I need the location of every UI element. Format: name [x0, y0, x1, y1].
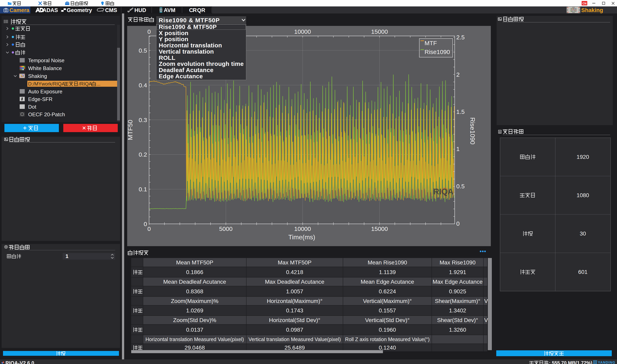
- svg-text:X position: X position: [159, 30, 188, 36]
- svg-text:Shear(Std Dev)°: Shear(Std Dev)°: [437, 317, 478, 323]
- svg-text:Rise1090: Rise1090: [469, 117, 476, 144]
- svg-text:Mean Edge Acutance: Mean Edge Acutance: [361, 279, 414, 285]
- svg-text:Mean Rise1090: Mean Rise1090: [368, 260, 407, 266]
- svg-text:Edge Acutance: Edge Acutance: [159, 73, 203, 79]
- svg-text:1.0269: 1.0269: [186, 307, 203, 314]
- svg-text:MTF50: MTF50: [127, 120, 134, 140]
- svg-text:30: 30: [580, 231, 586, 237]
- svg-text:0.3: 0.3: [139, 117, 147, 123]
- svg-text:1.5: 1.5: [456, 108, 465, 115]
- svg-text:1080: 1080: [577, 192, 589, 198]
- svg-text:0.5: 0.5: [139, 47, 147, 54]
- svg-text:Dot: Dot: [28, 104, 36, 110]
- svg-text:Max Rise1090: Max Rise1090: [440, 260, 476, 266]
- svg-text:0: 0: [144, 221, 147, 227]
- svg-text:/RIQA: /RIQA: [79, 81, 92, 87]
- svg-text:0: 0: [148, 28, 151, 35]
- svg-text:0.1240: 0.1240: [379, 345, 396, 351]
- svg-text:Rise1090: Rise1090: [425, 49, 450, 55]
- svg-text:0.4: 0.4: [139, 82, 147, 89]
- svg-text:CR: CR: [189, 7, 197, 13]
- svg-text:Vertical translation: Vertical translation: [159, 48, 214, 55]
- svg-text:Max Deadleaf Acutance: Max Deadleaf Acutance: [265, 279, 324, 285]
- svg-text:1: 1: [66, 253, 68, 259]
- svg-text:ROLL: ROLL: [159, 54, 175, 61]
- svg-text:Mean MTF50P: Mean MTF50P: [176, 260, 213, 266]
- svg-text:Edge-SFR: Edge-SFR: [28, 96, 53, 102]
- svg-text:0.9025: 0.9025: [449, 288, 466, 295]
- svg-text:QR: QR: [197, 7, 205, 13]
- svg-text:29.0468: 29.0468: [184, 345, 205, 351]
- svg-text:Vertical translation Measured: Vertical translation Measured Value(pixe…: [249, 337, 341, 342]
- svg-text:RIQA-V2.6.0: RIQA-V2.6.0: [5, 360, 34, 364]
- svg-text:Auto Exposure: Auto Exposure: [28, 89, 63, 95]
- svg-text:Zoom(Maximum)%: Zoom(Maximum)%: [171, 298, 218, 304]
- svg-text:Horizontal translation: Horizontal translation: [159, 42, 222, 49]
- svg-text:0.6224: 0.6224: [379, 288, 396, 295]
- svg-text:White Balance: White Balance: [28, 65, 62, 71]
- svg-text:1920: 1920: [577, 154, 589, 160]
- svg-text:CN: CN: [582, 2, 587, 5]
- svg-text:Max Edge Acutance: Max Edge Acutance: [433, 279, 483, 285]
- svg-text:0.4218: 0.4218: [286, 269, 303, 275]
- svg-text:Deadleaf Acutance: Deadleaf Acutance: [159, 67, 213, 73]
- svg-text:1.1139: 1.1139: [379, 269, 396, 275]
- svg-text:10000: 10000: [294, 225, 311, 232]
- svg-text:Geometry: Geometry: [67, 7, 92, 13]
- svg-text:Horizontal(Maximum)°: Horizontal(Maximum)°: [267, 298, 322, 304]
- svg-text:0: 0: [456, 220, 460, 227]
- svg-text:Horizontal(Std Dev)°: Horizontal(Std Dev)°: [269, 317, 321, 323]
- svg-text:1.3402: 1.3402: [449, 307, 466, 314]
- svg-text:Camera: Camera: [9, 7, 29, 13]
- svg-text:D:/MYwork/RIQA: D:/MYwork/RIQA: [28, 81, 65, 87]
- svg-text:0.0137: 0.0137: [186, 327, 203, 333]
- svg-text:0.5: 0.5: [456, 183, 465, 190]
- svg-text:CMS: CMS: [105, 7, 117, 13]
- svg-text:0.2: 0.2: [139, 151, 147, 158]
- svg-text:1.9291: 1.9291: [449, 269, 466, 275]
- svg-text:1: 1: [456, 145, 460, 152]
- svg-text:AVM: AVM: [164, 7, 175, 13]
- svg-text:Time(ms): Time(ms): [288, 234, 315, 241]
- svg-text:Shear(Maximum)°: Shear(Maximum)°: [435, 298, 480, 304]
- svg-text:Shaking: Shaking: [28, 73, 47, 79]
- svg-text:0.8368: 0.8368: [186, 288, 203, 295]
- svg-text:0.1743: 0.1743: [286, 307, 303, 314]
- svg-text:MTF: MTF: [425, 40, 437, 46]
- svg-text:Y position: Y position: [159, 36, 188, 42]
- svg-text:1.0057: 1.0057: [286, 288, 303, 295]
- svg-text:: 555.70 MB(1.72%): : 555.70 MB(1.72%): [549, 360, 592, 364]
- svg-text:25.6489: 25.6489: [284, 345, 305, 351]
- svg-text:OECF 20-Patch: OECF 20-Patch: [28, 111, 65, 117]
- svg-text:Zoom evolution through time: Zoom evolution through time: [159, 60, 244, 67]
- svg-text:Horizontal translation Measure: Horizontal translation Measured Value(pi…: [146, 337, 244, 342]
- svg-text:0.1960: 0.1960: [379, 327, 396, 333]
- svg-text:15000: 15000: [371, 225, 388, 232]
- svg-text:0.1: 0.1: [139, 186, 147, 193]
- svg-text:HUD: HUD: [134, 7, 146, 13]
- svg-text:10000: 10000: [294, 28, 311, 35]
- svg-text:Roll Z axis rotation Measured: Roll Z axis rotation Measured Value(°): [345, 337, 430, 342]
- svg-text:0.1866: 0.1866: [186, 269, 203, 275]
- svg-text:0.1557: 0.1557: [379, 307, 396, 314]
- svg-text:ADAS: ADAS: [43, 7, 58, 13]
- svg-text:5000: 5000: [219, 225, 233, 232]
- svg-text:Zoom(Std Dev)%: Zoom(Std Dev)%: [173, 317, 216, 323]
- svg-text:Rise1090 & MTF50P: Rise1090 & MTF50P: [159, 24, 217, 30]
- svg-text:15000: 15000: [371, 28, 388, 35]
- svg-text:1.3260: 1.3260: [449, 327, 466, 333]
- svg-text:Vertical(Maximum)°: Vertical(Maximum)°: [363, 298, 412, 304]
- svg-text:Max MTF50P: Max MTF50P: [278, 260, 311, 266]
- svg-text:...: ...: [96, 81, 100, 87]
- svg-text:Vertical(Std Dev)°: Vertical(Std Dev)°: [365, 317, 409, 323]
- svg-text:Temporal Noise: Temporal Noise: [28, 57, 65, 64]
- svg-text:YANDING: YANDING: [598, 361, 615, 364]
- svg-text:Mean Deadleaf Acutance: Mean Deadleaf Acutance: [163, 279, 226, 285]
- svg-text:0: 0: [148, 225, 151, 232]
- svg-text:Rise1090 & MTF50P: Rise1090 & MTF50P: [159, 17, 220, 24]
- svg-text:601: 601: [578, 269, 588, 275]
- svg-text:Shaking: Shaking: [581, 7, 603, 13]
- svg-text:0.0987: 0.0987: [286, 327, 303, 333]
- svg-text:2: 2: [456, 71, 460, 78]
- svg-text:RIQA: RIQA: [433, 187, 454, 196]
